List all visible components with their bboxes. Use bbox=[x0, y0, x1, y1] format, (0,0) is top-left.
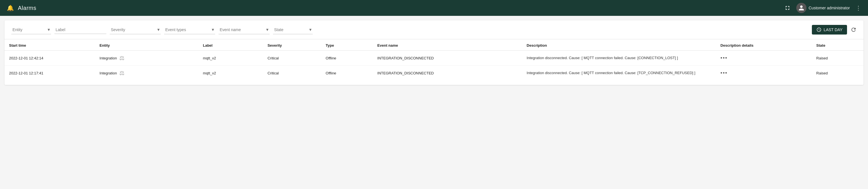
alarms-table: Start time Entity Label Severity Type Ev… bbox=[4, 39, 864, 80]
state-chevron-icon: ▾ bbox=[309, 27, 312, 32]
header-right: Customer administrator ⋮ bbox=[783, 3, 863, 13]
cell-label: mqtt_v2 bbox=[198, 51, 263, 66]
col-header-label: Label bbox=[198, 39, 263, 51]
table-row: 2022-12-01 12:17:41 Integration ⚖ mqtt_v… bbox=[4, 66, 864, 81]
col-header-state: State bbox=[812, 39, 864, 51]
cell-type: Offline bbox=[321, 66, 373, 81]
event-name-filter[interactable]: Event name ▾ bbox=[219, 25, 270, 34]
alarms-table-container: Start time Entity Label Severity Type Ev… bbox=[4, 39, 864, 85]
more-vert-icon[interactable]: ⋮ bbox=[855, 3, 862, 12]
bell-icon[interactable]: 🔔 bbox=[6, 3, 15, 12]
col-header-eventname: Event name bbox=[373, 39, 522, 51]
cell-state: Raised bbox=[812, 51, 864, 66]
severity-filter[interactable]: Severity ▾ bbox=[110, 25, 161, 34]
cell-eventname: INTEGRATION_DISCONNECTED bbox=[373, 51, 522, 66]
col-header-starttime: Start time bbox=[4, 39, 95, 51]
fullscreen-icon[interactable] bbox=[783, 4, 792, 12]
entity-filter[interactable]: Entity ▾ bbox=[11, 25, 51, 34]
state-filter-label: State bbox=[274, 28, 283, 32]
user-label: Customer administrator bbox=[809, 6, 850, 10]
cell-description: Integration disconnected. Cause: [ MQTT … bbox=[522, 51, 716, 66]
entity-filter-label: Entity bbox=[12, 28, 22, 32]
app-header: 🔔 Alarms Customer administrator ⋮ bbox=[0, 0, 868, 16]
filter-row: Entity ▾ Severity ▾ Event types ▾ Event … bbox=[4, 21, 864, 39]
cell-state: Raised bbox=[812, 66, 864, 81]
main-panel: Entity ▾ Severity ▾ Event types ▾ Event … bbox=[4, 21, 864, 85]
severity-chevron-icon: ▾ bbox=[157, 27, 160, 32]
cell-descdetails: ••• bbox=[716, 51, 812, 66]
event-name-filter-label: Event name bbox=[220, 28, 241, 32]
description-details-button[interactable]: ••• bbox=[721, 55, 728, 61]
col-header-description: Description bbox=[522, 39, 716, 51]
event-name-chevron-icon: ▾ bbox=[266, 27, 269, 32]
avatar bbox=[796, 3, 806, 13]
puzzle-icon: ⚖ bbox=[119, 70, 124, 76]
cell-eventname: INTEGRATION_DISCONNECTED bbox=[373, 66, 522, 81]
description-details-button[interactable]: ••• bbox=[721, 70, 728, 76]
cell-starttime: 2022-12-01 12:42:14 bbox=[4, 51, 95, 66]
entity-text: Integration bbox=[99, 56, 117, 60]
cell-entity: Integration ⚖ bbox=[95, 51, 198, 66]
header-left: 🔔 Alarms bbox=[6, 3, 36, 12]
user-info: Customer administrator bbox=[796, 3, 850, 13]
label-filter[interactable] bbox=[55, 26, 106, 34]
cell-severity: Critical bbox=[263, 66, 321, 81]
state-filter[interactable]: State ▾ bbox=[273, 25, 313, 34]
cell-severity: Critical bbox=[263, 51, 321, 66]
col-header-severity: Severity bbox=[263, 39, 321, 51]
event-types-filter[interactable]: Event types ▾ bbox=[164, 25, 215, 34]
entity-chevron-icon: ▾ bbox=[48, 27, 50, 32]
puzzle-icon: ⚖ bbox=[119, 54, 124, 62]
app-title: Alarms bbox=[18, 5, 36, 11]
cell-description: Integration disconnected. Cause: [ MQTT … bbox=[522, 66, 716, 81]
cell-type: Offline bbox=[321, 51, 373, 66]
severity-filter-label: Severity bbox=[111, 28, 125, 32]
cell-descdetails: ••• bbox=[716, 66, 812, 81]
event-types-chevron-icon: ▾ bbox=[212, 27, 214, 32]
cell-label: mqtt_v2 bbox=[198, 66, 263, 81]
col-header-entity: Entity bbox=[95, 39, 198, 51]
cell-starttime: 2022-12-01 12:17:41 bbox=[4, 66, 95, 81]
table-header-row: Start time Entity Label Severity Type Ev… bbox=[4, 39, 864, 51]
refresh-button[interactable] bbox=[850, 27, 857, 33]
col-header-descdetails: Description details bbox=[716, 39, 812, 51]
cell-entity: Integration ⚖ bbox=[95, 66, 198, 81]
table-row: 2022-12-01 12:42:14 Integration ⚖ mqtt_v… bbox=[4, 51, 864, 66]
entity-text: Integration bbox=[99, 71, 117, 75]
last-day-button[interactable]: LAST DAY bbox=[812, 25, 847, 35]
col-header-type: Type bbox=[321, 39, 373, 51]
last-day-label: LAST DAY bbox=[824, 28, 842, 32]
event-types-filter-label: Event types bbox=[165, 28, 186, 32]
